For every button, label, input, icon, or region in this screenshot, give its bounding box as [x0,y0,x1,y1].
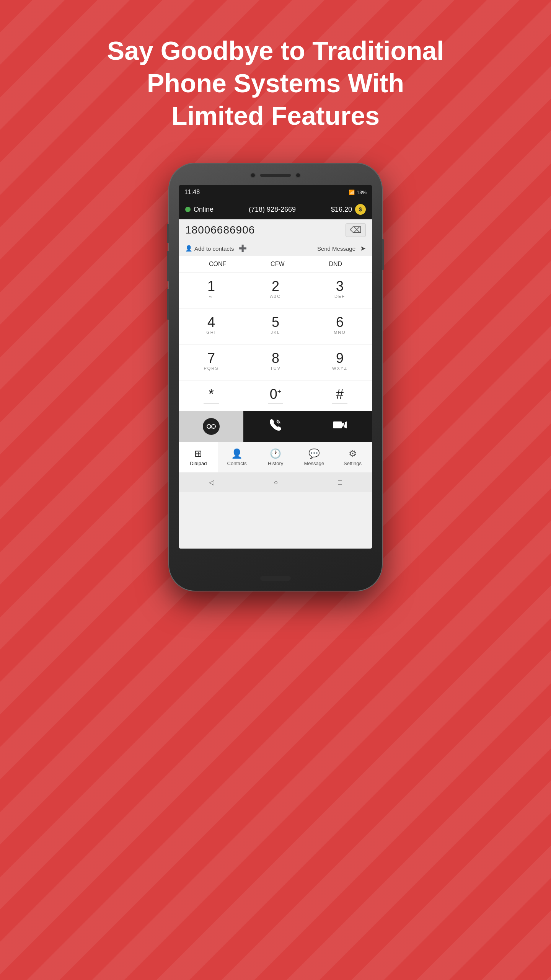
voicemail-button[interactable] [179,411,243,442]
nav-contacts[interactable]: 👤 Contacts [218,442,256,472]
status-bar: 11:48 📶 13% [179,185,372,199]
audio-call-button[interactable] [243,411,308,442]
dial-key-9[interactable]: 9 WXYZ [308,345,372,381]
back-button[interactable]: ◁ [209,478,214,487]
action-row: 👤 Add to contacts ➕ Send Message ➤ [179,241,372,256]
recents-button[interactable]: □ [338,479,342,487]
key-hash-number: # [336,387,344,401]
dial-key-1[interactable]: 1 ∞ [179,273,243,309]
nav-history[interactable]: 🕐 History [256,442,295,472]
nav-settings[interactable]: ⚙ Settings [333,442,372,472]
call-buttons-row [179,411,372,442]
dialpad-icon: ⊞ [194,448,202,459]
dial-key-7[interactable]: 7 PQRS [179,345,243,381]
dial-key-5[interactable]: 5 JKL [243,309,308,345]
message-label: Message [304,461,324,466]
dial-grid: 1 ∞ 2 ABC 3 DEF 4 GHI [179,273,372,411]
balance-badge: $ [355,204,366,215]
backspace-button[interactable]: ⌫ [346,223,366,237]
status-time: 11:48 [184,189,200,196]
app-status: Online [185,206,214,214]
power-button [382,239,384,270]
nav-dialpad[interactable]: ⊞ Dialpad [179,442,218,472]
audio-call-icon [268,418,283,435]
key-9-sub: WXYZ [332,366,347,371]
did-number: (718) 928-2669 [249,206,296,214]
key-9-number: 9 [336,351,344,365]
key-6-line [332,337,347,337]
nav-message[interactable]: 💬 Message [295,442,333,472]
phone-camera [250,173,301,178]
dialpad-label: Dialpad [190,461,207,466]
headline-line1: Say Goodbye to Traditional [107,36,444,65]
dialpad-area: 18006686906 ⌫ 👤 Add to contacts ➕ Send M… [179,219,372,492]
dial-key-2[interactable]: 2 ABC [243,273,308,309]
key-5-line [268,337,283,337]
action-icon-add: ➕ [238,244,247,253]
key-0-number: 0+ [270,387,282,401]
key-8-number: 8 [272,351,279,365]
key-9-line [332,373,347,373]
add-contact-icon: 👤 [185,245,192,252]
volume-up-button [167,224,169,243]
speaker-bar [260,174,291,177]
add-to-contacts-button[interactable]: 👤 Add to contacts [185,245,234,252]
voicemail-icon [203,418,220,435]
dial-key-0[interactable]: 0+ [243,381,308,411]
bottom-nav: ⊞ Dialpad 👤 Contacts 🕐 History 💬 Message [179,442,372,472]
cfw-button[interactable]: CFW [271,261,284,268]
dial-key-hash[interactable]: # [308,381,372,411]
key-1-line [204,301,219,301]
svg-rect-2 [209,428,214,428]
conf-button[interactable]: CONF [209,261,226,268]
key-8-sub: TUV [270,366,281,371]
send-message-button[interactable]: Send Message [317,245,355,252]
history-label: History [268,461,283,466]
message-icon: 💬 [308,448,320,459]
key-hash-line [332,403,347,404]
key-6-number: 6 [336,315,344,329]
key-1-sub: ∞ [209,294,213,299]
key-8-line [268,373,283,373]
dial-key-3[interactable]: 3 DEF [308,273,372,309]
key-star-number: * [209,387,214,401]
battery-icon: 13% [357,189,367,195]
add-to-contacts-label: Add to contacts [194,245,234,252]
key-3-number: 3 [336,279,344,293]
key-6-sub: MNO [334,330,346,335]
key-3-sub: DEF [334,294,345,299]
settings-icon: ⚙ [349,448,357,459]
svg-rect-3 [333,421,342,428]
feature-row: CONF CFW DND [179,256,372,273]
android-nav-bar: ◁ ○ □ [179,472,372,492]
key-1-number: 1 [207,279,215,293]
send-message-label: Send Message [317,245,355,252]
dial-key-star[interactable]: * [179,381,243,411]
contacts-label: Contacts [227,461,247,466]
key-7-number: 7 [207,351,215,365]
balance-display: $16.20 $ [331,204,366,215]
online-label: Online [194,206,214,214]
online-indicator [185,207,191,212]
home-button [260,576,291,581]
home-nav-button[interactable]: ○ [274,479,278,487]
volume-down-button [167,251,169,281]
camera-dot [250,173,256,178]
key-5-number: 5 [272,315,279,329]
headline-line2: Phone Systems With [147,69,404,98]
side-button-3 [167,289,169,320]
dnd-button[interactable]: DND [329,261,342,268]
video-call-icon [332,419,347,434]
balance-amount: $16.20 [331,206,352,214]
settings-label: Settings [344,461,362,466]
dial-key-6[interactable]: 6 MNO [308,309,372,345]
key-2-number: 2 [272,279,279,293]
history-icon: 🕐 [270,448,281,459]
video-call-button[interactable] [308,411,372,442]
headline-line3: Limited Features [171,101,380,130]
dial-key-4[interactable]: 4 GHI [179,309,243,345]
signal-icon: 📶 [349,189,355,195]
number-display: 18006686906 [185,224,255,236]
key-7-sub: PQRS [204,366,218,371]
dial-key-8[interactable]: 8 TUV [243,345,308,381]
